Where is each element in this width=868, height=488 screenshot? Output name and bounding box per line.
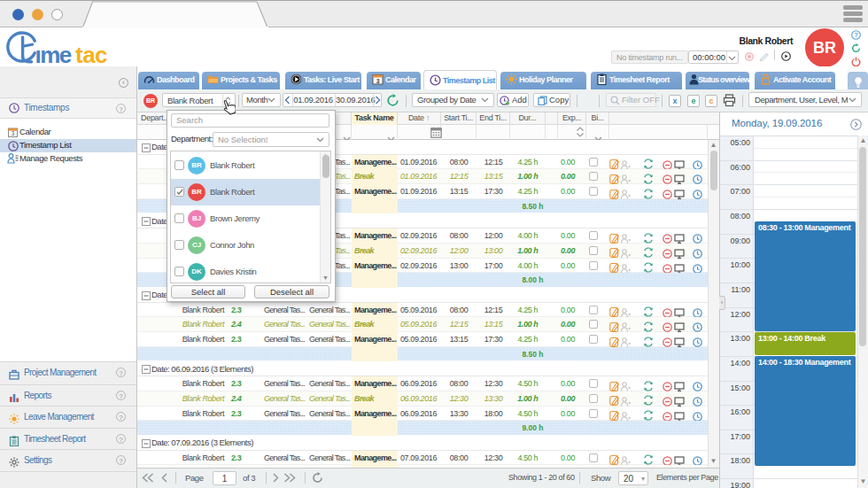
svg-text:ıme: ıme: [35, 42, 72, 68]
svg-text:3: 3: [12, 130, 15, 136]
svg-text:tac: tac: [75, 42, 107, 68]
svg-text:?: ?: [854, 31, 858, 39]
svg-text:3: 3: [376, 78, 380, 84]
